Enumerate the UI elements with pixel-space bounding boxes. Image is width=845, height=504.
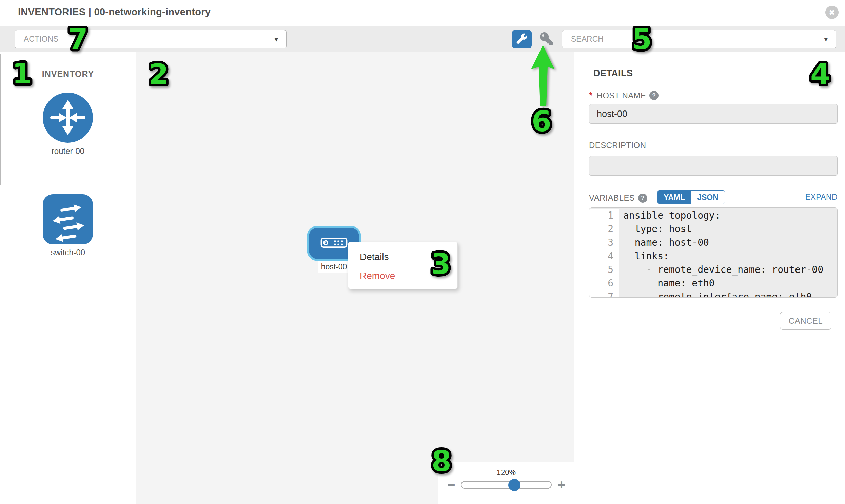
- line-number: 1: [589, 209, 619, 222]
- details-panel: DETAILS * HOST NAME ? DESCRIPTION VARIAB…: [575, 52, 845, 504]
- actions-dropdown-label: ACTIONS: [24, 35, 58, 44]
- cancel-button[interactable]: CANCEL: [780, 312, 831, 330]
- zoom-control: 120% − +: [438, 462, 574, 504]
- required-asterisk: *: [589, 90, 593, 101]
- host-node-label: host-00: [318, 261, 350, 272]
- line-number: 3: [589, 236, 619, 250]
- code-line: 2 type: host: [589, 222, 837, 236]
- line-text: name: host-00: [619, 236, 837, 250]
- zoom-out-minus-icon[interactable]: −: [447, 480, 455, 490]
- zoom-level-value: 120%: [438, 468, 574, 477]
- host-name-label-text: HOST NAME: [597, 91, 646, 100]
- inventory-sidebar: INVENTORY router-00: [0, 52, 136, 504]
- format-option-yaml[interactable]: YAML: [657, 191, 691, 204]
- palette-item-router[interactable]: [42, 92, 93, 143]
- code-line: 6 name: eth0: [589, 276, 837, 290]
- toolbar: ACTIONS ▾ SEARCH ▾: [0, 26, 845, 52]
- variables-label-text: VARIABLES: [589, 193, 635, 203]
- variables-format-toggle: YAML JSON: [657, 191, 725, 204]
- code-line: 1 ansible_topology:: [589, 209, 837, 222]
- line-number: 6: [589, 276, 619, 290]
- chevron-down-icon: ▾: [274, 35, 278, 43]
- host-name-input[interactable]: [589, 104, 838, 124]
- node-context-menu: Details Remove: [348, 242, 458, 289]
- key-icon: [539, 32, 554, 47]
- line-text: remote_interface_name: eth0: [619, 290, 837, 298]
- page-title: INVENTORIES | 00-networking-inventory: [18, 6, 211, 18]
- description-label-text: DESCRIPTION: [589, 141, 646, 150]
- host-name-label: * HOST NAME ?: [589, 90, 658, 101]
- expand-link[interactable]: EXPAND: [805, 193, 838, 202]
- palette-item-switch[interactable]: [42, 194, 93, 245]
- host-icon: [320, 238, 348, 249]
- tools-button[interactable]: [512, 30, 532, 49]
- description-input[interactable]: [589, 156, 838, 176]
- line-text: - remote_device_name: router-00: [619, 263, 837, 276]
- zoom-slider-thumb[interactable]: [508, 479, 521, 491]
- help-icon[interactable]: ?: [649, 91, 658, 100]
- chevron-down-icon: ▾: [824, 35, 828, 43]
- details-title: DETAILS: [593, 68, 633, 79]
- line-number: 7: [589, 290, 619, 298]
- palette-item-switch-label: switch-00: [0, 248, 136, 257]
- sidebar-title: INVENTORY: [0, 69, 136, 79]
- wrench-icon: [516, 33, 528, 46]
- zoom-slider[interactable]: [461, 481, 552, 489]
- description-label: DESCRIPTION: [589, 141, 646, 150]
- format-option-json[interactable]: JSON: [691, 191, 725, 204]
- variables-code-editor[interactable]: 1 ansible_topology: 2 type: host 3 name:…: [589, 208, 838, 298]
- search-dropdown[interactable]: SEARCH ▾: [562, 30, 836, 49]
- search-dropdown-label: SEARCH: [571, 35, 603, 44]
- line-text: ansible_topology:: [619, 209, 837, 222]
- menu-item-details[interactable]: Details: [348, 248, 457, 266]
- line-number: 2: [589, 222, 619, 236]
- help-icon[interactable]: ?: [638, 194, 647, 203]
- code-line: 5 - remote_device_name: router-00: [589, 263, 837, 276]
- code-line: 7 remote_interface_name: eth0: [589, 290, 837, 298]
- line-number: 5: [589, 263, 619, 276]
- line-text: links:: [619, 250, 837, 263]
- zoom-in-plus-icon[interactable]: +: [558, 480, 565, 490]
- line-number: 4: [589, 250, 619, 263]
- code-line: 3 name: host-00: [589, 236, 837, 250]
- switch-icon: [42, 240, 93, 246]
- window-header: INVENTORIES | 00-networking-inventory ✖: [0, 0, 845, 26]
- topology-canvas[interactable]: host-00 Details Remove 120% − +: [136, 52, 574, 504]
- key-button[interactable]: [539, 32, 554, 47]
- router-icon: [42, 138, 93, 144]
- close-icon[interactable]: ✖: [825, 6, 839, 19]
- palette-item-router-label: router-00: [0, 146, 136, 156]
- menu-item-remove[interactable]: Remove: [348, 266, 457, 285]
- variables-label: VARIABLES ?: [589, 193, 647, 203]
- actions-dropdown[interactable]: ACTIONS ▾: [15, 30, 286, 49]
- code-line: 4 links:: [589, 250, 837, 263]
- line-text: name: eth0: [619, 276, 837, 290]
- line-text: type: host: [619, 222, 837, 236]
